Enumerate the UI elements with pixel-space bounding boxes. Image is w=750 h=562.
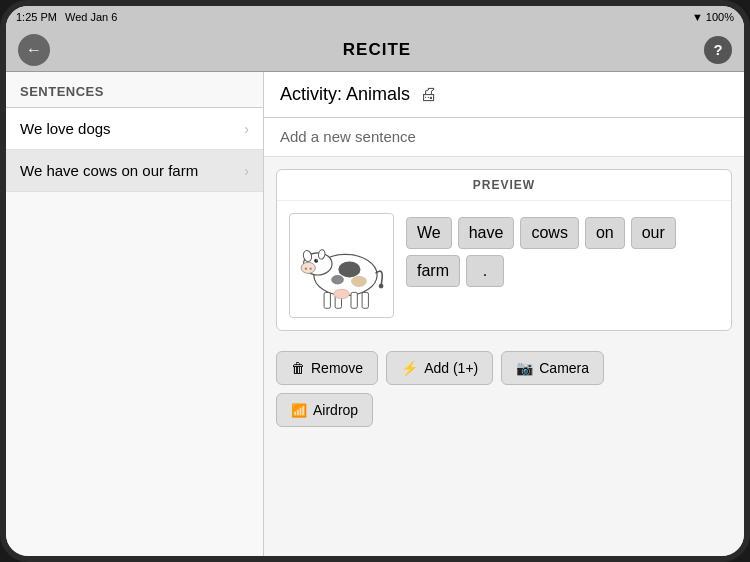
preview-content: We have cows on our farm . <box>277 201 731 330</box>
remove-button[interactable]: 🗑 Remove <box>276 351 378 385</box>
preview-header: PREVIEW <box>277 170 731 201</box>
svg-point-17 <box>351 276 367 287</box>
camera-label: Camera <box>539 360 589 376</box>
sidebar-item-we-have-cows[interactable]: We have cows on our farm › <box>6 150 263 192</box>
button-row-1: 🗑 Remove ⚡ Add (1+) 📷 Camera <box>276 351 732 385</box>
printer-icon[interactable]: 🖨 <box>420 84 438 105</box>
camera-button[interactable]: 📷 Camera <box>501 351 604 385</box>
status-right: ▼ 100% <box>692 11 734 23</box>
nav-bar: ← RECITE ? <box>6 28 744 72</box>
svg-point-15 <box>334 289 350 299</box>
preview-section: PREVIEW <box>276 169 732 331</box>
activity-title: Activity: Animals <box>280 84 410 105</box>
lightning-icon: ⚡ <box>401 360 418 376</box>
add-sentence-label: Add a new sentence <box>280 128 416 145</box>
word-tokens: We have cows on our farm . <box>406 213 719 287</box>
status-time: 1:25 PM <box>16 11 57 23</box>
word-token-cows[interactable]: cows <box>520 217 578 249</box>
airdrop-button[interactable]: Airdrop <box>276 393 373 427</box>
word-token-we[interactable]: We <box>406 217 452 249</box>
add-label: Add (1+) <box>424 360 478 376</box>
chevron-icon: › <box>244 121 249 137</box>
add-button[interactable]: ⚡ Add (1+) <box>386 351 493 385</box>
word-token-our[interactable]: our <box>631 217 676 249</box>
sidebar-item-label: We love dogs <box>20 120 111 137</box>
button-row-2: Airdrop <box>276 393 732 427</box>
sidebar-item-we-love-dogs[interactable]: We love dogs › <box>6 108 263 150</box>
help-button[interactable]: ? <box>704 36 732 64</box>
right-panel: Activity: Animals 🖨 Add a new sentence P… <box>264 72 744 556</box>
cow-image <box>289 213 394 318</box>
remove-label: Remove <box>311 360 363 376</box>
sidebar-item-label: We have cows on our farm <box>20 162 198 179</box>
svg-point-7 <box>314 259 318 263</box>
add-sentence-row[interactable]: Add a new sentence <box>264 118 744 157</box>
svg-rect-12 <box>362 292 368 308</box>
device-frame: 1:25 PM Wed Jan 6 ▼ 100% ← RECITE ? SENT… <box>0 0 750 562</box>
svg-point-5 <box>305 267 307 269</box>
airdrop-icon <box>291 402 307 418</box>
activity-header: Activity: Animals 🖨 <box>264 72 744 118</box>
sidebar-header: SENTENCES <box>6 72 263 107</box>
word-token-farm[interactable]: farm <box>406 255 460 287</box>
status-left: 1:25 PM Wed Jan 6 <box>16 11 117 23</box>
svg-point-6 <box>309 267 311 269</box>
svg-rect-9 <box>324 292 330 308</box>
nav-title: RECITE <box>343 40 411 60</box>
trash-icon: 🗑 <box>291 360 305 376</box>
status-date: Wed Jan 6 <box>65 11 117 23</box>
svg-rect-11 <box>351 292 357 308</box>
svg-point-13 <box>338 262 360 278</box>
back-button[interactable]: ← <box>18 34 50 66</box>
main-content: SENTENCES We love dogs › We have cows on… <box>6 72 744 556</box>
camera-icon: 📷 <box>516 360 533 376</box>
wifi-icon: ▼ 100% <box>692 11 734 23</box>
word-token-period[interactable]: . <box>466 255 504 287</box>
back-icon: ← <box>26 41 42 59</box>
cow-svg <box>294 218 389 313</box>
sidebar: SENTENCES We love dogs › We have cows on… <box>6 72 264 556</box>
word-token-have[interactable]: have <box>458 217 515 249</box>
svg-point-8 <box>316 259 317 260</box>
action-buttons: 🗑 Remove ⚡ Add (1+) 📷 Camera <box>264 343 744 435</box>
svg-point-14 <box>331 275 344 285</box>
help-icon: ? <box>713 41 722 58</box>
svg-point-4 <box>301 262 315 273</box>
airdrop-label: Airdrop <box>313 402 358 418</box>
chevron-icon: › <box>244 163 249 179</box>
word-token-on[interactable]: on <box>585 217 625 249</box>
status-bar: 1:25 PM Wed Jan 6 ▼ 100% <box>6 6 744 28</box>
svg-point-16 <box>379 284 384 289</box>
